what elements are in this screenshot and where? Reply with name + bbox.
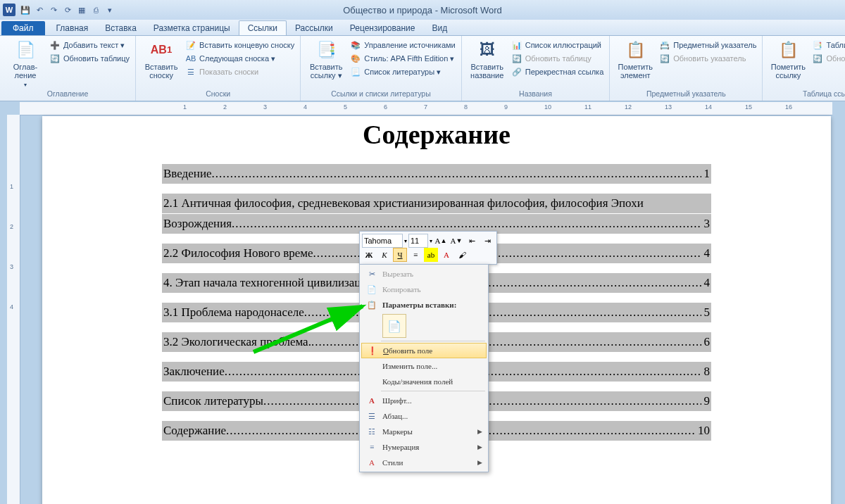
- size-select[interactable]: [408, 234, 428, 248]
- bullets-icon: ☷: [364, 427, 380, 436]
- mark-icon: 📋: [624, 39, 646, 61]
- group-index: 📋Пометить элемент 📇Предметный указатель …: [610, 36, 763, 101]
- highlight-button[interactable]: ab: [424, 248, 438, 262]
- ctx-paragraph[interactable]: ☰Абзац...: [361, 408, 487, 424]
- window-title: Общество и природа - Microsoft Word: [343, 5, 502, 15]
- update-table-button[interactable]: 🔄Обновить таблицу: [49, 52, 130, 65]
- grow-font-icon[interactable]: A▲: [434, 234, 448, 248]
- redo-icon[interactable]: ↷: [48, 4, 59, 15]
- tab-references[interactable]: Ссылки: [239, 20, 287, 35]
- mini-toolbar: ▾ ▾ A▲ A▼ ⇤ ⇥ Ж К Ч ≡ ab A 🖌: [359, 231, 497, 265]
- ribbon-tabs: Файл Главная Вставка Разметка страницы С…: [0, 20, 845, 36]
- font-color-button[interactable]: A: [439, 248, 453, 262]
- insert-citation-button[interactable]: 📑Вставить ссылку ▾: [306, 39, 346, 80]
- mark-citation-button[interactable]: 📋Пометить ссылку: [768, 39, 808, 80]
- ctx-numbering[interactable]: ≡Нумерация▶: [361, 439, 487, 455]
- undo-icon[interactable]: ↶: [34, 4, 45, 15]
- insert-endnote-button[interactable]: 📝Вставить концевую сноску: [185, 39, 294, 51]
- indent-dec-icon[interactable]: ⇤: [465, 234, 479, 248]
- next-icon: AB: [185, 53, 196, 64]
- numbering-icon: ≡: [364, 443, 380, 451]
- insert-index-button[interactable]: 📇Предметный указатель: [659, 39, 756, 51]
- copy-icon: 📄: [364, 285, 380, 294]
- ctx-edit-field[interactable]: Изменить поле...: [361, 358, 487, 374]
- group-citations: 📑Вставить ссылку ▾ 📚Управление источника…: [301, 36, 461, 101]
- authorities-icon: 📑: [812, 39, 823, 51]
- table-authorities-button[interactable]: 📑Таблица ссылок: [812, 39, 845, 51]
- ctx-field-codes[interactable]: Коды/значения полей: [361, 374, 487, 389]
- bibliography-button[interactable]: 📃Список литературы ▾: [350, 65, 455, 78]
- group-label: Ссылки и списки литературы: [306, 89, 455, 99]
- horizontal-ruler[interactable]: 12345678910111213141516: [20, 102, 832, 115]
- update-icon: 🔄: [812, 53, 823, 64]
- ctx-bullets[interactable]: ☷Маркеры▶: [361, 424, 487, 439]
- toc-entry[interactable]: 2.1 Античная философия, средневековая хр…: [162, 194, 711, 213]
- tab-home[interactable]: Главная: [48, 21, 97, 35]
- ctx-cut[interactable]: ✂Вырезать: [361, 266, 487, 282]
- tab-mailings[interactable]: Рассылки: [287, 21, 342, 35]
- vertical-ruler[interactable]: 1234: [7, 115, 20, 504]
- refresh-icon[interactable]: ⟳: [62, 4, 73, 15]
- sources-icon: 📚: [350, 39, 361, 51]
- group-label: Названия: [468, 89, 604, 99]
- file-tab[interactable]: Файл: [1, 21, 45, 35]
- group-footnotes: AB1Вставить сноску 📝Вставить концевую сн…: [136, 36, 301, 101]
- style-icon: 🎨: [350, 53, 361, 64]
- notes-icon: ☰: [185, 66, 196, 77]
- toc-entry[interactable]: Введение................................…: [162, 164, 711, 184]
- group-label: Оглавление: [6, 89, 130, 99]
- toc-button[interactable]: 📄Оглав­ление▾: [6, 39, 45, 89]
- tab-layout[interactable]: Разметка страницы: [145, 21, 239, 35]
- ctx-styles[interactable]: AСтили▶: [361, 455, 487, 470]
- group-captions: 🖼Вставить название 📊Список иллюстраций 🔄…: [462, 36, 611, 101]
- indent-inc-icon[interactable]: ⇥: [480, 234, 494, 248]
- tab-review[interactable]: Рецензирование: [342, 21, 424, 35]
- ctx-paste-header: 📋Параметры вставки:: [361, 297, 487, 313]
- underline-button[interactable]: Ч: [393, 248, 407, 262]
- mark-entry-button[interactable]: 📋Пометить элемент: [615, 39, 655, 80]
- paragraph-icon: ☰: [364, 412, 380, 421]
- context-menu: ✂Вырезать 📄Копировать 📋Параметры вставки…: [359, 264, 489, 472]
- crossref-icon: 🔗: [511, 66, 522, 77]
- paste-icon: 📋: [364, 301, 380, 310]
- add-text-button[interactable]: ➕Добавить текст ▾: [49, 39, 130, 51]
- title-bar: W 💾 ↶ ↷ ⟳ ▦ ⎙ ▾ Общество и природа - Mic…: [0, 0, 845, 20]
- style-selector[interactable]: 🎨Стиль: APA Fifth Edition ▾: [350, 52, 455, 65]
- quick-access-toolbar: 💾 ↶ ↷ ⟳ ▦ ⎙ ▾: [20, 4, 115, 15]
- qat-dropdown-icon[interactable]: ▾: [104, 4, 115, 15]
- word-app-icon: W: [3, 4, 15, 16]
- next-footnote-button[interactable]: ABСледующая сноска ▾: [185, 52, 294, 65]
- ctx-font[interactable]: AШрифт...: [361, 393, 487, 408]
- citation-icon: 📑: [315, 39, 337, 61]
- table-icon[interactable]: ▦: [76, 4, 87, 15]
- toc-icon: 📄: [14, 39, 37, 61]
- bold-button[interactable]: Ж: [362, 248, 376, 262]
- insert-footnote-button[interactable]: AB1Вставить сноску: [142, 39, 181, 80]
- italic-button[interactable]: К: [377, 248, 392, 262]
- figures-icon: 📊: [511, 39, 522, 51]
- ctx-update-field[interactable]: ❗ООбновить полебновить поле: [361, 343, 487, 358]
- align-button[interactable]: ≡: [408, 248, 423, 262]
- save-icon[interactable]: 💾: [20, 4, 31, 15]
- update-figures-button: 🔄Обновить таблицу: [511, 52, 604, 65]
- tab-view[interactable]: Вид: [423, 21, 456, 35]
- group-label: Предметный указатель: [615, 89, 756, 99]
- tab-insert[interactable]: Вставка: [96, 21, 145, 35]
- endnote-icon: 📝: [185, 39, 196, 51]
- page-title: Содержание: [162, 119, 711, 150]
- paste-option-button[interactable]: 📄: [382, 314, 406, 338]
- ctx-copy[interactable]: 📄Копировать: [361, 282, 487, 297]
- refresh-icon: 🔄: [49, 53, 61, 64]
- shrink-font-icon[interactable]: A▼: [449, 234, 463, 248]
- manage-sources-button[interactable]: 📚Управление источниками: [350, 39, 455, 51]
- cross-reference-button[interactable]: 🔗Перекрестная ссылка: [511, 65, 604, 78]
- ribbon: 📄Оглав­ление▾ ➕Добавить текст ▾ 🔄Обновит…: [0, 36, 845, 101]
- index-icon: 📇: [659, 39, 670, 51]
- table-of-figures-button[interactable]: 📊Список иллюстраций: [511, 39, 604, 51]
- format-painter-icon[interactable]: 🖌: [455, 248, 469, 262]
- print-icon[interactable]: ⎙: [90, 4, 101, 15]
- update-authorities-button: 🔄Обновить таблицу: [812, 52, 845, 65]
- font-select[interactable]: [362, 234, 403, 248]
- update-icon: 🔄: [511, 53, 522, 64]
- insert-caption-button[interactable]: 🖼Вставить название: [468, 39, 507, 80]
